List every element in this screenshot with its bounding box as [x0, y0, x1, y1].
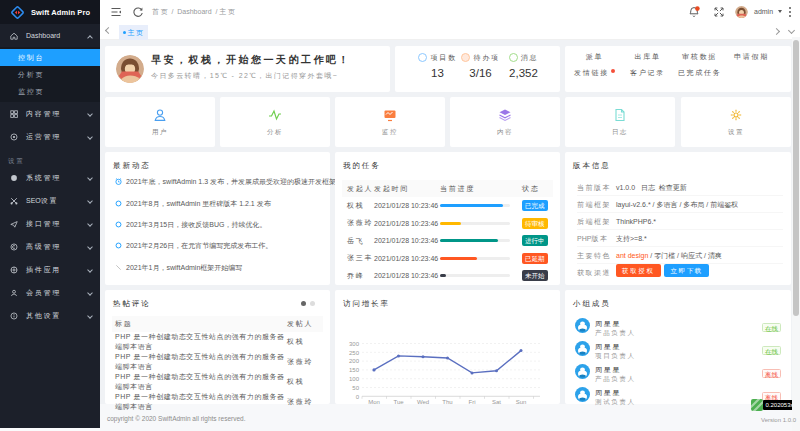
svg-text:Fri: Fri [469, 399, 476, 405]
svg-text:Wed: Wed [417, 399, 429, 405]
svg-text:200: 200 [349, 358, 360, 364]
svg-text:Thu: Thu [442, 399, 452, 405]
svg-text:Sun: Sun [516, 399, 527, 405]
svg-text:150: 150 [349, 367, 360, 373]
svg-text:300: 300 [349, 341, 360, 347]
svg-text:0: 0 [356, 394, 360, 400]
svg-text:Mon: Mon [368, 399, 380, 405]
svg-text:250: 250 [349, 350, 360, 356]
svg-text:Sat: Sat [492, 399, 501, 405]
svg-text:50: 50 [352, 385, 359, 391]
svg-text:100: 100 [349, 376, 360, 382]
svg-text:Tue: Tue [393, 399, 404, 405]
